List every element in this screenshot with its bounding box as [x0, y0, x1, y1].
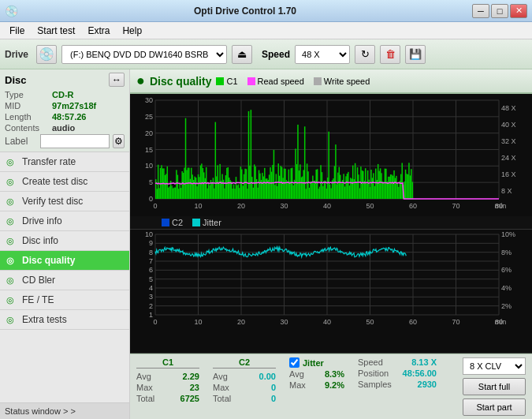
start-full-button[interactable]: Start full [463, 378, 526, 395]
length-label: Length [5, 112, 49, 122]
quality-title: Disc quality [150, 75, 212, 88]
max-label: Max [136, 383, 162, 392]
sidebar-item-disc-quality[interactable]: ◎ Disc quality [0, 251, 129, 271]
quality-header: ● Disc quality C1 Read speed Write speed [130, 69, 532, 94]
samples-val: 2930 [418, 380, 437, 389]
verify-disc-icon: ◎ [6, 196, 17, 207]
eject-button[interactable]: ⏏ [232, 45, 252, 64]
save-button[interactable]: 💾 [405, 45, 426, 64]
app-icon: 💿 [5, 5, 18, 17]
max-label-c2: Max [213, 383, 238, 392]
titlebar: 💿 Opti Drive Control 1.70 ─ □ ✕ [0, 0, 532, 22]
content-area: ● Disc quality C1 Read speed Write speed [130, 69, 532, 419]
close-button[interactable]: ✕ [510, 4, 527, 18]
minimize-button[interactable]: ─ [472, 4, 489, 18]
jitter-legend-color [192, 219, 200, 226]
c2-max: 0 [271, 383, 276, 392]
disc-section-title: Disc [5, 74, 26, 86]
right-controls: 8 X CLV Start full Start part [463, 357, 526, 416]
drive-icon-btn[interactable]: 💿 [36, 45, 57, 64]
speed-select[interactable]: 48 X [295, 45, 350, 64]
speed-stats: Speed 8.13 X Position 48:56.00 Samples 2… [358, 357, 437, 389]
refresh-button[interactable]: ↻ [355, 45, 375, 64]
c1-legend-label: C1 [226, 77, 237, 86]
avg-label-jitter: Avg [289, 369, 314, 379]
window-controls: ─ □ ✕ [472, 4, 527, 18]
sidebar-item-disc-info[interactable]: ◎ Disc info [0, 231, 129, 251]
disc-info-icon: ◎ [6, 236, 17, 246]
drive-select[interactable]: (F:) BENQ DVD DD DW1640 BSRB [61, 45, 227, 64]
transfer-rate-icon: ◎ [6, 157, 17, 167]
c2-legend-color [162, 219, 169, 226]
c1-stats: C1 Avg 2.29 Max 23 Total 6725 [136, 357, 199, 403]
total-label-c2: Total [213, 394, 238, 403]
drive-info-icon: ◎ [6, 216, 17, 226]
position-val: 48:56.00 [403, 368, 437, 378]
sidebar: Disc ↔ Type CD-R MID 97m27s18f Length 48… [0, 69, 130, 419]
mid-value: 97m27s18f [52, 101, 96, 110]
c2-stats: C2 Avg 0.00 Max 0 Total 0 [213, 357, 276, 403]
sidebar-item-verify-test-disc[interactable]: ◎ Verify test disc [0, 192, 129, 211]
sidebar-item-label: Transfer rate [22, 156, 76, 167]
c1-total: 6725 [180, 394, 199, 403]
main-area: Disc ↔ Type CD-R MID 97m27s18f Length 48… [0, 69, 532, 419]
c2-avg: 0.00 [259, 372, 276, 381]
menu-file[interactable]: File [3, 24, 31, 38]
label-settings-button[interactable]: ⚙ [113, 134, 125, 148]
menu-help[interactable]: Help [116, 24, 148, 38]
mid-label: MID [5, 101, 49, 110]
start-part-button[interactable]: Start part [463, 398, 526, 416]
chart-legend-top: C1 Read speed Write speed [216, 77, 370, 86]
label-label: Label [5, 136, 37, 147]
sidebar-menu: ◎ Transfer rate ◎ Create test disc ◎ Ver… [0, 152, 129, 402]
write-speed-legend-color [314, 77, 322, 85]
speed-val: 8.13 X [411, 357, 437, 367]
total-label: Total [136, 394, 162, 403]
sidebar-item-cd-bler[interactable]: ◎ CD Bler [0, 271, 129, 290]
label-input[interactable] [40, 134, 110, 148]
speed-label: Speed [262, 49, 290, 60]
maximize-button[interactable]: □ [491, 4, 508, 18]
avg-label: Avg [136, 372, 162, 381]
jitter-header-label: Jitter [303, 358, 324, 368]
disc-panel: Disc ↔ Type CD-R MID 97m27s18f Length 48… [0, 69, 129, 152]
disc-quality-icon: ◎ [6, 256, 17, 266]
c1-max: 23 [190, 383, 199, 392]
sidebar-item-label: Disc info [22, 235, 58, 246]
type-value: CD-R [52, 90, 74, 99]
app-title: Opti Drive Control 1.70 [18, 6, 472, 17]
sidebar-item-drive-info[interactable]: ◎ Drive info [0, 211, 129, 231]
c1-legend-color [216, 77, 224, 85]
sidebar-item-transfer-rate[interactable]: ◎ Transfer rate [0, 152, 129, 172]
read-speed-legend-color [247, 77, 255, 85]
sidebar-item-label: Disc quality [22, 255, 75, 266]
charts-area: C2 Jitter [130, 94, 532, 354]
c2-total: 0 [271, 394, 276, 403]
status-window-button[interactable]: Status window > > [0, 402, 129, 419]
disc-settings-button[interactable]: ↔ [109, 73, 125, 87]
extra-tests-icon: ◎ [6, 315, 17, 325]
menu-start-test[interactable]: Start test [31, 24, 81, 38]
sidebar-item-fe-te[interactable]: ◎ FE / TE [0, 290, 129, 310]
jitter-checkbox[interactable] [289, 357, 299, 368]
sidebar-item-label: Verify test disc [22, 196, 83, 207]
sidebar-item-label: Extra tests [22, 314, 67, 325]
fe-te-icon: ◎ [6, 295, 17, 305]
menu-extra[interactable]: Extra [81, 24, 116, 38]
sidebar-item-extra-tests[interactable]: ◎ Extra tests [0, 310, 129, 330]
c1-header: C1 [136, 357, 199, 368]
clear-button[interactable]: 🗑 [380, 45, 400, 64]
max-label-jitter: Max [289, 380, 314, 390]
length-value: 48:57.26 [52, 112, 86, 122]
position-key: Position [358, 368, 389, 378]
avg-label-c2: Avg [213, 372, 238, 381]
jitter-avg: 8.3% [325, 369, 344, 379]
read-speed-legend-label: Read speed [258, 77, 304, 86]
sidebar-item-create-test-disc[interactable]: ◎ Create test disc [0, 172, 129, 192]
drive-label: Drive [5, 49, 28, 60]
toolbar: Drive 💿 (F:) BENQ DVD DD DW1640 BSRB ⏏ S… [0, 39, 532, 69]
clv-select[interactable]: 8 X CLV [463, 357, 526, 375]
write-speed-legend-label: Write speed [324, 77, 370, 86]
c2-header: C2 [213, 357, 276, 368]
jitter-stats: Jitter Avg 8.3% Max 9.2% [289, 357, 344, 390]
